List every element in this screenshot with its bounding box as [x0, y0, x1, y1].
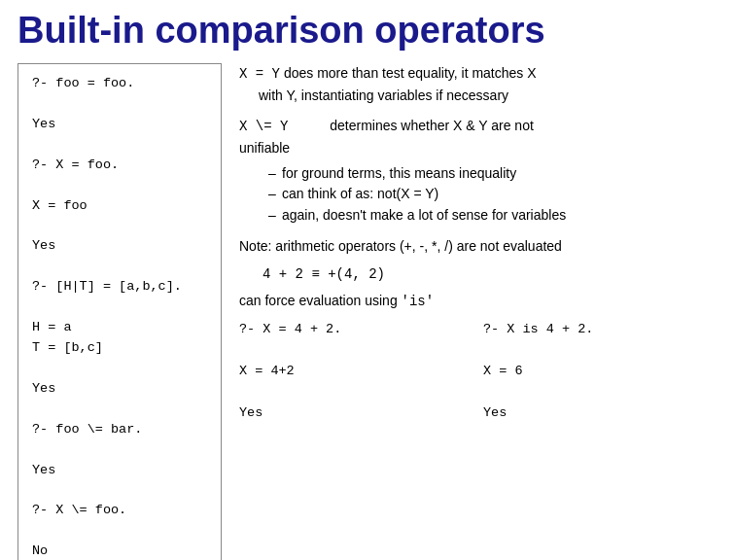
left-line-2: Yes	[32, 115, 207, 135]
expr-text: 4 + 2 ≡ +(4, 2)	[262, 266, 385, 282]
left-line-11: Yes	[32, 461, 207, 481]
main-content: ?- foo = foo. Yes ?- X = foo. X = foo Ye…	[18, 63, 718, 560]
left-spacer-3	[32, 176, 207, 196]
not-unifiable-text1: determines whether X & Y are not	[330, 118, 534, 133]
section-note: Note: arithmetic operators (+, -, *, /) …	[239, 236, 718, 258]
bottom-col2-line0: ?- X is 4 + 2.	[483, 319, 718, 340]
left-line-3: ?- X = foo.	[32, 156, 207, 176]
left-line-9: Yes	[32, 379, 207, 400]
bottom-col2-spacer2	[483, 382, 718, 403]
left-line-5: Yes	[32, 236, 207, 257]
not-unifiable-text2: unifiable	[239, 138, 718, 159]
left-spacer-1	[32, 94, 207, 115]
not-unifiable-spacer	[292, 118, 326, 133]
left-spacer-5	[32, 257, 207, 277]
bottom-col1-line2: X = 4+2	[239, 361, 473, 382]
bottom-col1-line0: ?- X = 4 + 2.	[239, 319, 473, 340]
left-line-4: X = foo	[32, 196, 207, 217]
left-line-10: ?- foo \= bar.	[32, 420, 207, 440]
bottom-col1-line4: Yes	[239, 402, 473, 424]
left-spacer-7	[32, 359, 207, 379]
bottom-col1-spacer2	[239, 382, 473, 403]
left-spacer-9	[32, 440, 207, 461]
force-text: can force evaluation using	[239, 293, 402, 308]
left-line-6: ?- [H|T] = [a,b,c].	[32, 277, 207, 298]
equality-desc1: does more than test equality, it matches…	[284, 65, 537, 81]
bullet-3: again, doesn't make a lot of sense for v…	[268, 205, 718, 227]
section-not-unifiable: X \= Y determines whether X & Y are not …	[239, 116, 718, 226]
left-spacer-6	[32, 298, 207, 318]
not-unifiable-code: X \= Y	[239, 119, 288, 134]
note-text: Note: arithmetic operators (+, -, *, /) …	[239, 238, 562, 254]
section-force: can force evaluation using 'is'	[239, 291, 718, 313]
bullet-2: can think of as: not(X = Y)	[268, 184, 718, 205]
left-line-7: H = a	[32, 318, 207, 338]
not-unifiable-header: X \= Y determines whether X & Y are not	[239, 116, 718, 138]
right-panel: X = Y does more than test equality, it m…	[239, 63, 718, 424]
bottom-col-2: ?- X is 4 + 2. X = 6 Yes	[483, 319, 718, 424]
left-line-1: ?- foo = foo.	[32, 74, 207, 94]
section-expr: 4 + 2 ≡ +(4, 2)	[262, 263, 718, 286]
bottom-col2-line2: X = 6	[483, 361, 718, 382]
left-spacer-8	[32, 400, 207, 420]
left-spacer-2	[32, 135, 207, 156]
left-line-8: T = [b,c]	[32, 338, 207, 359]
bottom-col2-spacer0	[483, 339, 718, 361]
bottom-col1-spacer0	[239, 339, 473, 361]
bottom-col-1: ?- X = 4 + 2. X = 4+2 Yes	[239, 319, 473, 424]
section-equality: X = Y does more than test equality, it m…	[239, 63, 718, 106]
left-spacer-11	[32, 521, 207, 542]
equality-desc2: with Y, instantiating variables if neces…	[239, 86, 718, 107]
left-line-12: ?- X \= foo.	[32, 501, 207, 521]
page-title: Built-in comparison operators	[18, 10, 718, 52]
bottom-col2-line4: Yes	[483, 402, 718, 424]
left-line-13: No	[32, 542, 207, 560]
equality-code: X = Y	[239, 66, 280, 82]
left-spacer-4	[32, 216, 207, 236]
bottom-grid: ?- X = 4 + 2. X = 4+2 Yes ?- X is 4 + 2.…	[239, 319, 718, 424]
left-spacer-10	[32, 480, 207, 501]
code-box: ?- foo = foo. Yes ?- X = foo. X = foo Ye…	[18, 63, 222, 560]
force-code: 'is'	[402, 294, 435, 309]
not-unifiable-bullets: for ground terms, this means inequality …	[239, 163, 718, 227]
bullet-1: for ground terms, this means inequality	[268, 163, 718, 185]
